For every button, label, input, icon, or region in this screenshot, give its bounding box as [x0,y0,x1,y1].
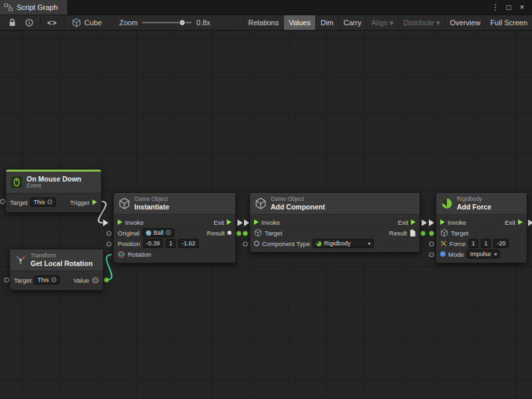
trigger-label: Trigger [70,199,90,206]
port-addforce-target[interactable] [430,231,434,236]
node-header[interactable]: Game Object Add Component [250,193,420,215]
position-y-input[interactable]: 1 [166,239,176,248]
gameobject-small-icon [440,229,448,237]
force-z-input[interactable]: -20 [493,239,509,248]
target-label: Target [451,229,468,237]
port-addcomponent-componenttype[interactable] [243,242,247,246]
flow-in-arrow-icon[interactable] [254,219,259,225]
graph-canvas[interactable]: On Mouse Down Event Target This ⊙ Trigge… [0,31,532,399]
port-addforce-invoke[interactable] [429,219,434,226]
port-transform-value[interactable] [104,278,109,283]
rigidbody-icon [441,198,453,209]
port-instantiate-invoke[interactable] [103,219,108,226]
port-addcomponent-result[interactable] [421,231,426,236]
overview-button[interactable]: Overview [445,15,485,30]
position-z-input[interactable]: -1.62 [178,239,199,248]
flow-out-arrow-icon[interactable] [92,200,97,205]
port-addcomponent-invoke[interactable] [244,219,249,226]
target-object-field[interactable]: This ⊙ [30,198,55,207]
flow-out-arrow-icon[interactable] [227,219,231,225]
port-instantiate-position[interactable] [107,242,111,246]
dropdown-caret-icon: ▾ [368,241,370,247]
position-x-input[interactable]: -0.39 [143,239,164,248]
align-button[interactable]: Align ▾ [366,15,398,30]
lock-icon[interactable] [4,15,21,30]
node-header[interactable]: On Mouse Down Event [6,172,101,194]
node-header[interactable]: Game Object Instantiate [114,193,235,215]
object-picker-icon[interactable]: ⊙ [51,277,56,283]
invoke-label: Invoke [261,219,280,226]
force-y-input[interactable]: 1 [481,239,491,248]
graph-target[interactable]: Cube [66,18,107,27]
node-get-local-rotation[interactable]: Transform Get Local Rotation Target This… [9,249,104,291]
mode-dropdown[interactable]: Impulse ▾ [467,249,501,259]
cube-icon [72,18,81,27]
node-add-component[interactable]: Game Object Add Component Invoke Exit [249,192,420,253]
port-addforce-force[interactable] [430,242,434,246]
maximize-icon[interactable]: □ [503,0,515,15]
result-port-icon[interactable] [227,231,231,235]
flow-out-arrow-icon[interactable] [411,219,416,225]
flow-in-arrow-icon[interactable] [118,219,122,225]
component-type-label: Component Type [262,240,310,247]
port-onmousedown-target[interactable] [1,200,5,203]
toolbar-buttons: Relations Values Dim Carry Align ▾ Distr… [243,15,532,30]
force-label: Force [450,240,466,247]
rotation-label: Rotation [128,251,151,258]
flow-in-arrow-icon[interactable] [440,219,445,225]
exit-label: Exit [213,219,224,226]
zoom-group: Zoom 0.8x [119,19,210,27]
window-controls: ⋮ □ × [489,0,532,15]
force-x-input[interactable]: 1 [468,239,478,248]
values-button[interactable]: Values [283,15,315,30]
titlebar: Script Graph ⋮ □ × [0,0,532,15]
rigidbody-small-icon [316,241,322,247]
info-icon[interactable] [21,15,38,30]
target-label: Target [265,229,282,237]
port-instantiate-result[interactable] [237,231,241,236]
node-add-force[interactable]: Rigidbody Add Force Invoke Exit [436,192,527,263]
node-on-mouse-down[interactable]: On Mouse Down Event Target This ⊙ Trigge… [5,169,102,213]
graph-target-name: Cube [84,19,102,27]
type-ring-icon [254,241,259,246]
port-instantiate-exit[interactable] [237,219,243,226]
fullscreen-button[interactable]: Full Screen [485,15,532,30]
node-category: Game Object [134,196,170,203]
vector3-icon [440,240,447,247]
port-addforce-exit[interactable] [528,219,532,226]
zoom-value: 0.8x [196,19,210,27]
zoom-slider[interactable] [142,19,192,27]
port-addcomponent-exit[interactable] [422,219,427,226]
node-title: Add Component [271,203,325,211]
object-picker-icon[interactable]: ⊙ [47,199,52,205]
gameobject-small-icon [254,229,262,237]
port-addcomponent-target[interactable] [243,231,248,236]
menu-icon[interactable]: ⋮ [489,0,501,15]
port-transform-target[interactable] [5,278,9,282]
zoom-knob[interactable] [179,19,186,26]
sphere-icon [146,230,152,236]
carry-button[interactable]: Carry [338,15,366,30]
target-label: Target [14,277,31,284]
object-picker-icon[interactable]: ⊙ [166,229,171,236]
node-header[interactable]: Rigidbody Add Force [436,193,527,215]
component-type-dropdown[interactable]: Rigidbody ▾ [313,239,374,248]
rotation-icon [92,277,99,284]
port-addforce-mode[interactable] [430,253,434,257]
tab-script-graph[interactable]: Script Graph [0,0,67,15]
wire-rotation-value[interactable] [106,255,112,280]
node-instantiate[interactable]: Game Object Instantiate Invoke Exit Orig… [113,192,236,263]
original-object-field[interactable]: Ball ⊙ [142,228,174,237]
invoke-label: Invoke [448,219,466,226]
code-view-icon[interactable]: <> [43,15,62,30]
flow-out-arrow-icon[interactable] [518,219,523,225]
dim-button[interactable]: Dim [315,15,338,30]
close-icon[interactable]: × [516,0,528,15]
node-header[interactable]: Transform Get Local Rotation [10,249,103,271]
distribute-button[interactable]: Distribute ▾ [398,15,444,30]
mouse-icon [11,176,23,188]
port-instantiate-original[interactable] [107,231,111,235]
relations-button[interactable]: Relations [243,15,283,30]
target-object-field[interactable]: This ⊙ [34,275,59,285]
node-title: Instantiate [134,203,170,211]
